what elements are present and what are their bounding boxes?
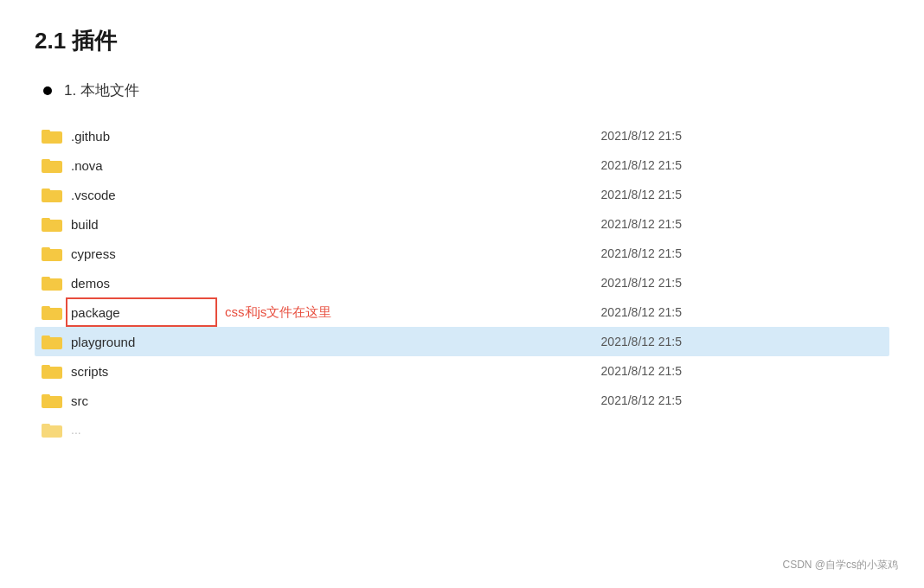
svg-rect-3	[42, 159, 50, 163]
folder-icon	[42, 333, 62, 350]
file-name: src	[71, 393, 244, 408]
page-title: 2.1 插件	[35, 26, 889, 56]
bullet-dot	[43, 86, 52, 95]
folder-icon	[42, 274, 62, 291]
svg-rect-13	[42, 306, 50, 310]
svg-rect-1	[42, 130, 50, 134]
file-name: package	[71, 305, 244, 320]
bullet-text: 1. 本地文件	[64, 80, 139, 100]
bullet-item: 1. 本地文件	[43, 80, 889, 100]
file-date: 2021/8/12 21:5	[601, 188, 682, 201]
annotation-label: css和js文件在这里	[225, 304, 331, 321]
folder-icon	[42, 157, 62, 174]
file-name: .nova	[71, 158, 244, 173]
svg-rect-9	[42, 247, 50, 252]
file-name: scripts	[71, 364, 244, 379]
partial-ellipsis: ...	[71, 423, 81, 437]
file-list: .github2021/8/12 21:5 .nova2021/8/12 21:…	[35, 121, 889, 415]
watermark: CSDN @自学cs的小菜鸡	[782, 558, 898, 572]
file-date: 2021/8/12 21:5	[601, 335, 682, 348]
svg-rect-11	[42, 277, 50, 281]
file-date: 2021/8/12 21:5	[601, 129, 682, 143]
file-date: 2021/8/12 21:5	[601, 246, 682, 260]
file-row[interactable]: .github2021/8/12 21:5	[35, 121, 889, 150]
svg-rect-17	[42, 365, 50, 369]
file-date: 2021/8/12 21:5	[601, 217, 682, 231]
folder-icon	[42, 127, 62, 144]
file-row[interactable]: .nova2021/8/12 21:5	[35, 150, 889, 180]
file-date: 2021/8/12 21:5	[601, 276, 682, 290]
file-name: cypress	[71, 246, 244, 261]
file-row[interactable]: demos2021/8/12 21:5	[35, 268, 889, 297]
page-container: 2.1 插件 1. 本地文件 .github2021/8/12 21:5 .no…	[0, 0, 924, 462]
svg-rect-21	[42, 424, 50, 428]
svg-rect-7	[42, 218, 50, 222]
file-row[interactable]: build2021/8/12 21:5	[35, 209, 889, 239]
file-name: .github	[71, 129, 244, 144]
folder-icon	[42, 215, 62, 233]
file-date: 2021/8/12 21:5	[601, 364, 682, 378]
folder-icon	[42, 245, 62, 262]
file-name: playground	[71, 335, 244, 349]
folder-icon	[42, 392, 62, 409]
file-name: .vscode	[71, 188, 244, 202]
svg-rect-19	[42, 394, 50, 399]
partial-row: ...	[35, 415, 889, 444]
file-name: demos	[71, 276, 244, 291]
folder-icon	[42, 186, 62, 203]
file-date: 2021/8/12 21:5	[601, 305, 682, 319]
file-row[interactable]: cypress2021/8/12 21:5	[35, 239, 889, 268]
svg-rect-15	[42, 336, 50, 340]
file-row[interactable]: scripts2021/8/12 21:5	[35, 356, 889, 386]
file-date: 2021/8/12 21:5	[601, 158, 682, 172]
folder-icon	[42, 362, 62, 380]
file-row[interactable]: .vscode2021/8/12 21:5	[35, 180, 889, 209]
file-name: build	[71, 217, 244, 232]
partial-folder-icon	[42, 421, 62, 438]
svg-rect-5	[42, 189, 50, 193]
file-row[interactable]: playground2021/8/12 21:5	[35, 327, 889, 356]
file-date: 2021/8/12 21:5	[601, 393, 682, 407]
file-row[interactable]: package2021/8/12 21:5css和js文件在这里	[35, 297, 889, 327]
file-row[interactable]: src2021/8/12 21:5	[35, 386, 889, 415]
folder-icon	[42, 304, 62, 321]
